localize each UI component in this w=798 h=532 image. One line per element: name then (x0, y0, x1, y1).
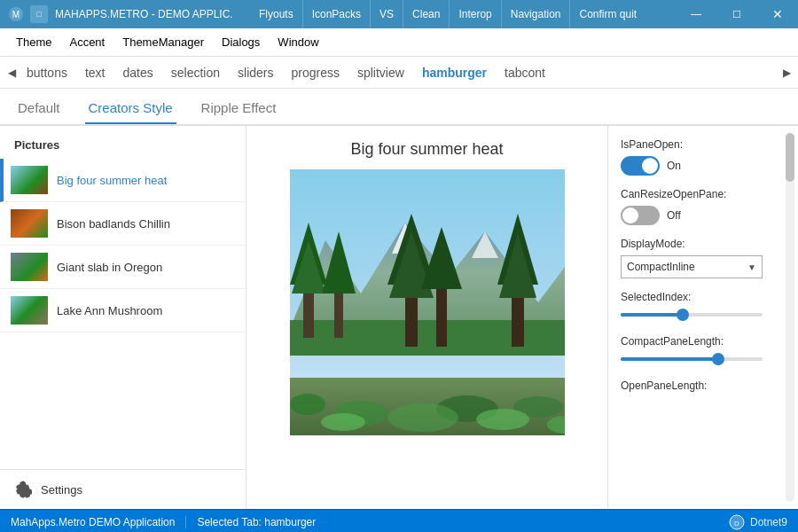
window-controls: — ☐ ✕ (676, 0, 798, 28)
settings-label: Settings (41, 483, 82, 497)
image-container (290, 169, 565, 435)
selected-index-slider[interactable] (621, 307, 763, 323)
display-mode-value: CompactInline (627, 261, 695, 273)
dropdown-arrow-icon: ▼ (747, 262, 756, 272)
landscape-image (290, 169, 565, 435)
app-title: MAHAPPS.METRO - DEMO APPLIC... (55, 8, 232, 20)
is-pane-open-toggle-row: On (621, 156, 773, 176)
app-icon: M (7, 5, 25, 23)
scroll-left-icon[interactable]: ◀ (4, 57, 20, 89)
main-content: Pictures Big four summer heat Bison badl… (0, 126, 798, 509)
tab-dates[interactable]: dates (120, 57, 157, 89)
tab-hamburger[interactable]: hamburger (419, 57, 490, 89)
watermark-icon: D (729, 514, 745, 530)
is-pane-open-label: IsPaneOpen: (621, 138, 773, 151)
center-panel: Big four summer heat (246, 126, 607, 509)
open-pane-length-label: OpenPaneLength: (621, 379, 773, 392)
right-panel: IsPaneOpen: On CanResizeOpenPane: Off Di… (607, 126, 798, 509)
display-mode-section: DisplayMode: CompactInline ▼ (621, 238, 773, 278)
menu-iconpacks[interactable]: IconPacks (303, 0, 371, 28)
selected-index-label: SelectedIndex: (621, 291, 773, 303)
status-app-name: MahApps.Metro DEMO Application (11, 516, 186, 528)
tab-progress[interactable]: progress (288, 57, 343, 89)
nav-item-1-label: Big four summer heat (57, 174, 167, 187)
window-icon: □ (30, 5, 48, 23)
sub-tabs: Default Creators Style Ripple Effect (0, 89, 798, 126)
menu-window[interactable]: Window (269, 28, 327, 57)
tab-tabcont[interactable]: tabcont (501, 57, 549, 89)
menu-theme[interactable]: Theme (7, 28, 60, 57)
svg-point-29 (321, 413, 365, 431)
svg-point-24 (290, 394, 325, 415)
menu-vs[interactable]: VS (371, 0, 403, 28)
status-bar: MahApps.Metro DEMO Application Selected … (0, 509, 798, 532)
subtab-ripple[interactable]: Ripple Effect (198, 100, 280, 124)
svg-text:D: D (734, 520, 739, 528)
selected-index-thumb[interactable] (677, 309, 689, 321)
compact-pane-length-slider[interactable] (621, 351, 763, 367)
menu-interop[interactable]: Interop (450, 0, 501, 28)
scrollbar-thumb[interactable] (786, 133, 794, 182)
watermark-text: Dotnet9 (750, 516, 787, 528)
tab-selection[interactable]: selection (168, 57, 223, 89)
is-pane-open-toggle[interactable] (621, 156, 660, 176)
open-pane-length-section: OpenPaneLength: (621, 379, 773, 392)
thumb-3 (11, 253, 48, 281)
thumb-2 (11, 209, 48, 238)
subtab-creators[interactable]: Creators Style (85, 100, 176, 124)
is-pane-open-value: On (667, 160, 681, 172)
watermark: D Dotnet9 (729, 514, 787, 530)
settings-item[interactable]: Settings (0, 469, 246, 509)
is-pane-open-section: IsPaneOpen: On (621, 138, 773, 176)
tab-sliders[interactable]: sliders (234, 57, 277, 89)
maximize-button[interactable]: ☐ (716, 0, 757, 28)
scroll-right-icon[interactable]: ▶ (778, 57, 794, 89)
can-resize-toggle-row: Off (621, 206, 773, 225)
menu-dialogs[interactable]: Dialogs (213, 28, 269, 57)
svg-text:M: M (12, 10, 20, 20)
is-pane-open-label-text: IsPaneOpen: (621, 138, 683, 151)
display-mode-dropdown[interactable]: CompactInline ▼ (621, 255, 763, 278)
compact-pane-length-section: CompactPaneLength: (621, 335, 773, 367)
nav-item-2[interactable]: Bison badlands Chillin (0, 202, 246, 246)
thumb-1 (11, 166, 48, 194)
nav-tabs: ◀ buttons text dates selection sliders p… (0, 57, 798, 89)
menu-clean[interactable]: Clean (403, 0, 450, 28)
nav-item-4[interactable]: Lake Ann Mushroom (0, 289, 246, 332)
compact-pane-length-thumb[interactable] (712, 353, 724, 365)
title-bar: M □ MAHAPPS.METRO - DEMO APPLIC... Flyou… (0, 0, 798, 28)
subtab-default[interactable]: Default (14, 100, 64, 124)
svg-point-28 (387, 403, 458, 432)
nav-item-3[interactable]: Giant slab in Oregon (0, 246, 246, 289)
menu-thememanager[interactable]: ThemeManager (113, 28, 213, 57)
scrollbar-track[interactable] (786, 133, 794, 502)
can-resize-section: CanResizeOpenPane: Off (621, 188, 773, 225)
menu-accent[interactable]: Accent (60, 28, 113, 57)
minimize-button[interactable]: — (676, 0, 716, 28)
nav-item-3-label: Giant slab in Oregon (57, 261, 162, 274)
tab-buttons[interactable]: buttons (23, 57, 71, 89)
compact-pane-length-label: CompactPaneLength: (621, 335, 773, 348)
status-selected-tab: Selected Tab: hamburger (197, 516, 316, 528)
menu-navigation[interactable]: Navigation (502, 0, 571, 28)
nav-item-2-label: Bison badlands Chillin (57, 217, 170, 231)
panel-header: Pictures (0, 126, 246, 159)
left-panel: Pictures Big four summer heat Bison badl… (0, 126, 246, 509)
nav-item-1[interactable]: Big four summer heat (0, 159, 246, 202)
tab-text[interactable]: text (82, 57, 109, 89)
can-resize-toggle[interactable] (621, 206, 660, 225)
display-mode-label: DisplayMode: (621, 238, 773, 250)
nav-item-4-label: Lake Ann Mushroom (57, 304, 162, 317)
thumb-4 (11, 296, 48, 325)
can-resize-value: Off (667, 209, 681, 222)
content-title: Big four summer heat (350, 140, 503, 159)
menu-flyouts[interactable]: Flyouts (250, 0, 303, 28)
settings-icon (14, 481, 32, 498)
selected-index-section: SelectedIndex: (621, 291, 773, 323)
menu-confirmquit[interactable]: Confirm quit (570, 0, 645, 28)
menu-bar: Theme Accent ThemeManager Dialogs Window (0, 28, 798, 57)
tab-splitview[interactable]: splitview (354, 57, 408, 89)
close-button[interactable]: ✕ (757, 0, 798, 28)
title-menu-items: Flyouts IconPacks VS Clean Interop Navig… (250, 0, 676, 28)
svg-point-30 (476, 409, 529, 430)
